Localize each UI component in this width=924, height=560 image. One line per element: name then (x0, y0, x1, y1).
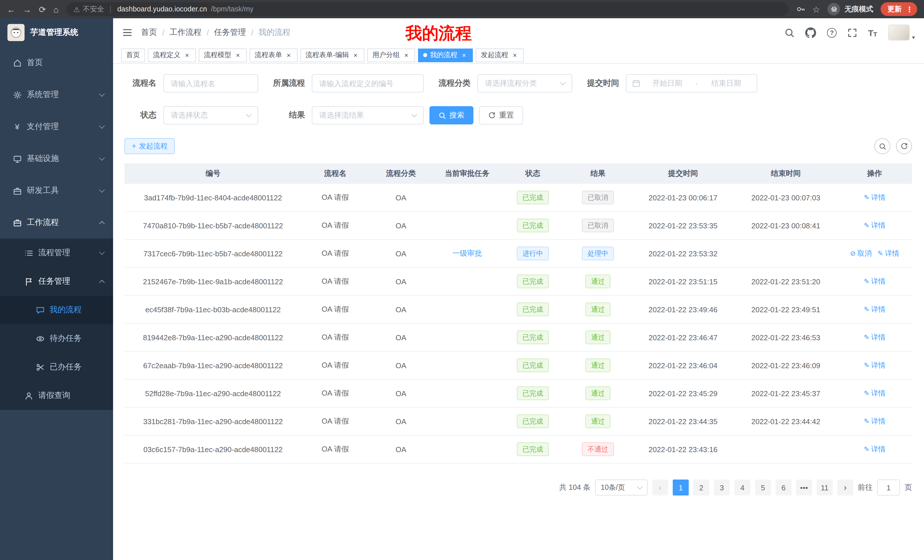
sidebar-item-process-management[interactable]: 流程管理 (0, 239, 113, 267)
reload-icon[interactable]: ⟳ (39, 5, 46, 13)
filter-label: 结果 (264, 110, 312, 120)
tab-6[interactable]: 我的流程 × (418, 48, 473, 62)
tab-4[interactable]: 流程表单-编辑 × (300, 48, 364, 62)
end-date-placeholder[interactable]: 结束日期 (701, 78, 751, 88)
address-bar[interactable]: ⚠ 不安全 dashboard.yudao.iocoder.cn/bpm/tas… (66, 2, 788, 16)
status-select[interactable]: 请选择状态 (164, 106, 258, 124)
table-row[interactable]: 819442e8-7b9a-11ec-a290-acde48001122 OA … (124, 324, 912, 352)
goto-page-input[interactable] (877, 479, 900, 496)
detail-action-link[interactable]: ✎ 详情 (864, 416, 885, 426)
result-badge: 通过 (585, 386, 610, 400)
detail-action-link[interactable]: ✎ 详情 (864, 193, 885, 202)
task-link[interactable]: 一级审批 (452, 248, 482, 259)
sidebar-item-task-management[interactable]: 任务管理 (0, 267, 113, 296)
back-icon[interactable]: ← (7, 5, 15, 13)
page-button[interactable]: 3 (714, 479, 730, 496)
tab-3[interactable]: 流程表单 × (249, 48, 297, 62)
cancel-action-link[interactable]: ⊘ 取消 (850, 249, 872, 258)
process-name-input[interactable] (164, 74, 258, 93)
detail-action-link[interactable]: ✎ 详情 (864, 388, 885, 398)
table-row[interactable]: 7317cec6-7b9b-11ec-b5b7-acde48001122 OA … (124, 240, 912, 268)
bookmark-star-icon[interactable]: ☆ (812, 5, 820, 13)
close-icon[interactable]: × (511, 51, 519, 59)
sidebar-item-workflow[interactable]: 工作流程 (0, 207, 113, 239)
filter-process-name: 流程名 (124, 74, 258, 93)
create-process-button[interactable]: + 发起流程 (124, 138, 175, 154)
table-row[interactable]: 331bc281-7b9a-11ec-a290-acde48001122 OA … (124, 407, 912, 436)
tab-0[interactable]: 首页 (121, 48, 145, 62)
avatar[interactable] (888, 24, 910, 40)
prev-page-button[interactable]: ‹ (652, 479, 668, 496)
github-icon[interactable] (805, 27, 816, 38)
table-row[interactable]: ec45f38f-7b9a-11ec-b03b-acde48001122 OA … (124, 296, 912, 324)
table-row[interactable]: 3ad174fb-7b9d-11ec-8404-acde48001122 OA … (124, 184, 912, 212)
table-row[interactable]: 52ffd28e-7b9a-11ec-a290-acde48001122 OA … (124, 380, 912, 407)
sidebar-item-system-management[interactable]: 系统管理 (0, 79, 113, 111)
close-icon[interactable]: × (403, 51, 410, 59)
tab-7[interactable]: 发起流程 × (476, 48, 524, 62)
sidebar-item-done-tasks[interactable]: 已办任务 (0, 353, 113, 381)
close-icon[interactable]: × (183, 51, 191, 59)
sidebar-item-home[interactable]: 首页 (0, 47, 113, 79)
security-status[interactable]: ⚠ 不安全 (74, 4, 104, 14)
tab-5[interactable]: 用户分组 × (367, 48, 415, 62)
update-button[interactable]: 更新 ⋮ (880, 2, 917, 16)
reset-button[interactable]: 重置 (479, 106, 523, 124)
sidebar-item-todo-tasks[interactable]: 待办任务 (0, 324, 113, 353)
tab-2[interactable]: 流程模型 × (199, 48, 247, 62)
detail-action-link[interactable]: ✎ 详情 (864, 445, 885, 454)
page-button[interactable]: 1 (673, 479, 689, 496)
close-icon[interactable]: × (460, 51, 468, 59)
sidebar-item-payment-management[interactable]: ¥ 支付管理 (0, 111, 113, 143)
sidebar-collapse-icon[interactable] (122, 27, 132, 38)
table-row[interactable]: 67c2eaab-7b9a-11ec-a290-acde48001122 OA … (124, 352, 912, 380)
sidebar-item-infrastructure[interactable]: 基础设施 (0, 143, 113, 175)
font-size-icon[interactable]: TT (868, 28, 877, 37)
detail-action-link[interactable]: ✎ 详情 (864, 221, 885, 231)
breadcrumb-item[interactable]: 工作流程 (170, 27, 202, 38)
key-icon[interactable] (796, 4, 805, 14)
home-icon[interactable]: ⌂ (53, 5, 58, 13)
detail-action-link[interactable]: ✎ 详情 (878, 249, 899, 258)
page-button[interactable]: 11 (817, 479, 832, 496)
search-button[interactable]: 搜索 (429, 106, 473, 124)
detail-action-link[interactable]: ✎ 详情 (864, 277, 885, 286)
start-date-placeholder[interactable]: 开始日期 (642, 78, 692, 88)
tab-1[interactable]: 流程定义 × (148, 48, 196, 62)
sidebar-item-leave-query[interactable]: 请假查询 (0, 381, 113, 410)
page-size-select[interactable]: 10条/页 (595, 479, 648, 496)
page-button[interactable]: 4 (734, 479, 750, 496)
menu-kebab-icon[interactable]: ⋮ (906, 5, 913, 13)
page-button[interactable]: 6 (776, 479, 792, 496)
result-select[interactable]: 请选择流结果 (312, 106, 424, 124)
next-page-button[interactable]: › (837, 479, 853, 496)
detail-action-link[interactable]: ✎ 详情 (864, 304, 885, 314)
search-icon[interactable] (784, 28, 794, 37)
breadcrumb-item[interactable]: 任务管理 (214, 27, 246, 38)
detail-action-link[interactable]: ✎ 详情 (864, 332, 885, 342)
process-id-input[interactable] (312, 74, 424, 93)
user-menu[interactable]: ▾ (888, 24, 915, 40)
date-range-picker[interactable]: 开始日期 - 结束日期 (626, 74, 757, 93)
refresh-table-button[interactable] (896, 138, 912, 154)
app-logo[interactable]: 芋道管理系统 (0, 18, 113, 47)
breadcrumb-item[interactable]: 首页 (141, 27, 157, 38)
category-select[interactable]: 请选择流程分类 (477, 74, 572, 93)
page-button[interactable]: 2 (693, 479, 709, 496)
page-button[interactable]: 5 (755, 479, 771, 496)
cell-id: ec45f38f-7b9a-11ec-b03b-acde48001122 (124, 296, 302, 323)
fullscreen-icon[interactable] (848, 28, 857, 37)
toggle-search-button[interactable] (874, 138, 890, 154)
detail-action-link[interactable]: ✎ 详情 (864, 361, 885, 370)
table-row[interactable]: 03c6c157-7b9a-11ec-a290-acde48001122 OA … (124, 436, 912, 464)
close-icon[interactable]: × (234, 51, 242, 59)
forward-icon[interactable]: → (23, 5, 32, 13)
more-pages-button[interactable]: ••• (796, 479, 812, 496)
sidebar-item-my-process[interactable]: 我的流程 (0, 296, 113, 324)
sidebar-item-dev-tools[interactable]: 研发工具 (0, 175, 113, 207)
help-icon[interactable]: ? (827, 28, 837, 37)
close-icon[interactable]: × (352, 51, 359, 59)
table-row[interactable]: 2152467e-7b9b-11ec-9a1b-acde48001122 OA … (124, 268, 912, 296)
table-row[interactable]: 7470a810-7b9b-11ec-b5b7-acde48001122 OA … (124, 212, 912, 240)
close-icon[interactable]: × (285, 51, 292, 59)
